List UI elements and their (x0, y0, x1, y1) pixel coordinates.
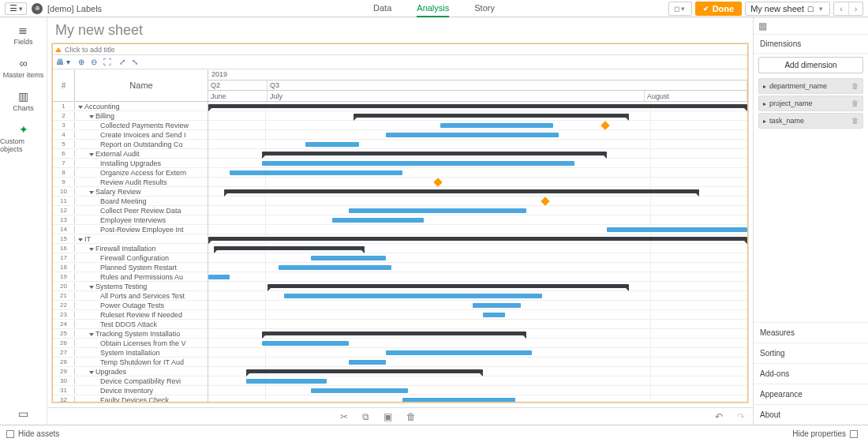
appearance-section[interactable]: Appearance (754, 384, 868, 404)
props-toggle-icon[interactable] (850, 430, 858, 438)
bookmark-button[interactable]: ◻ ▾ (668, 2, 692, 16)
print-icon[interactable]: 🖶 ▾ (56, 58, 70, 66)
gantt-bar[interactable] (483, 313, 504, 317)
gantt-row[interactable]: 13Employee Interviews (53, 215, 208, 225)
gantt-bar[interactable] (386, 133, 559, 137)
gantt-milestone[interactable] (600, 121, 609, 129)
gantt-row[interactable]: 28Temp Shutdown for IT Aud (53, 358, 208, 367)
gantt-row[interactable]: 14Post-Review Employee Int (53, 225, 208, 234)
gantt-row[interactable]: 19Rules and Permissions Au (53, 272, 208, 282)
gantt-bar[interactable] (284, 294, 543, 298)
about-section[interactable]: About (754, 404, 868, 425)
gantt-bar[interactable] (607, 227, 747, 232)
addons-section[interactable]: Add-ons (754, 363, 868, 384)
expand-icon[interactable]: ⤢ (119, 58, 125, 66)
gantt-row[interactable]: 9Review Audit Results (53, 178, 208, 187)
measures-section[interactable]: Measures (754, 322, 868, 343)
gantt-bar[interactable] (224, 189, 698, 193)
gantt-bar[interactable] (230, 170, 402, 175)
gantt-row[interactable]: 31Device Inventory (53, 386, 208, 395)
hide-properties-button[interactable]: Hide properties (792, 429, 846, 438)
gantt-milestone[interactable] (433, 178, 442, 186)
gantt-row[interactable]: 17Firewall Configuration (53, 253, 208, 263)
gantt-row[interactable]: 4Create Invoices and Send I (53, 130, 208, 140)
gantt-bar[interactable] (349, 208, 526, 213)
gantt-bar[interactable] (473, 303, 521, 308)
redo-icon[interactable]: ↷ (737, 411, 745, 422)
menu-button[interactable]: ☰▾ (5, 2, 27, 15)
gantt-bar[interactable] (268, 284, 629, 288)
gantt-milestone[interactable] (541, 197, 550, 205)
rail-charts[interactable]: ▥Charts (13, 90, 34, 112)
gantt-row[interactable]: 23Ruleset Review If Needed (53, 310, 208, 320)
rail-master-items[interactable]: ∞Master items (3, 57, 44, 79)
gantt-bar[interactable] (262, 341, 348, 346)
zoom-fit-icon[interactable]: ⛶ (103, 58, 111, 66)
delete-icon[interactable]: 🗑 (851, 117, 859, 125)
viz-title[interactable]: Click to add title (53, 44, 747, 55)
gantt-row[interactable]: 30Device Compatibility Revi (53, 376, 208, 386)
gantt-bar[interactable] (246, 379, 327, 384)
gantt-bar[interactable] (305, 142, 359, 147)
gantt-bar[interactable] (402, 398, 515, 402)
add-dimension-button[interactable]: Add dimension (758, 57, 863, 73)
gantt-bar[interactable] (262, 152, 607, 155)
gantt-row[interactable]: 21All Ports and Services Test (53, 291, 208, 301)
gantt-row[interactable]: 8Organize Access for Extern (53, 168, 208, 178)
gantt-row[interactable]: 24Test DDOS Attack (53, 320, 208, 329)
gantt-row[interactable]: 32Faulty Devices Check (53, 395, 208, 402)
tab-analysis[interactable]: Analysis (417, 0, 449, 17)
gantt-bar[interactable] (440, 123, 553, 128)
copy-icon[interactable]: ⧉ (362, 411, 369, 422)
gantt-bar[interactable] (386, 350, 531, 355)
next-sheet-button[interactable]: › (848, 2, 862, 15)
gantt-bar[interactable] (208, 275, 230, 279)
gantt-row[interactable]: 22Power Outage Tests (53, 301, 208, 310)
table-icon[interactable]: ▦ (758, 21, 767, 32)
tab-story[interactable]: Story (474, 0, 495, 17)
gantt-row[interactable]: 20Systems Testing (53, 282, 208, 291)
gantt-bar[interactable] (332, 218, 424, 223)
gantt-row[interactable]: 18Planned System Restart (53, 263, 208, 272)
gantt-bar[interactable] (279, 265, 391, 270)
gantt-bar[interactable] (246, 369, 484, 373)
rail-fields[interactable]: ≣Fields (13, 24, 32, 46)
dimension-item[interactable]: ▸task_name🗑 (758, 113, 863, 129)
gantt-bar[interactable] (214, 246, 365, 250)
gantt-row[interactable]: 25Tracking System Installatio (53, 329, 208, 339)
paste-icon[interactable]: ▣ (383, 411, 392, 422)
dimension-item[interactable]: ▸project_name🗑 (758, 96, 863, 111)
dimension-item[interactable]: ▸department_name🗑 (758, 78, 863, 94)
done-button[interactable]: Done (695, 2, 743, 16)
sorting-section[interactable]: Sorting (754, 343, 868, 363)
gantt-bar[interactable] (262, 332, 526, 335)
rail-collapse[interactable]: ▭ (18, 407, 28, 420)
dimensions-header[interactable]: Dimensions (754, 35, 868, 54)
gantt-row[interactable]: 10Salary Review (53, 187, 208, 197)
cut-icon[interactable]: ✂ (340, 411, 348, 422)
gantt-bar[interactable] (354, 114, 628, 118)
rail-custom-objects[interactable]: ✦Custom objects (0, 123, 47, 153)
gantt-row[interactable]: 26Obtain Licenses from the V (53, 339, 208, 348)
delete-icon[interactable]: 🗑 (851, 82, 859, 90)
collapse-icon[interactable]: ⤡ (132, 58, 138, 66)
sheet-dropdown[interactable]: My new sheet▢▾ (745, 2, 830, 16)
gantt-bar[interactable] (208, 237, 747, 241)
zoom-in-icon[interactable]: ⊕ (78, 58, 84, 66)
gantt-row[interactable]: 7Installing Upgrades (53, 159, 208, 168)
gantt-bar[interactable] (311, 256, 387, 260)
gantt-row[interactable]: 11Board Meeting (53, 197, 208, 206)
gantt-row[interactable]: 5Report on Outstanding Co (53, 140, 208, 149)
sheet-title[interactable]: My new sheet (47, 17, 753, 43)
undo-icon[interactable]: ↶ (715, 411, 723, 422)
gantt-row[interactable]: 27System Installation (53, 348, 208, 358)
gantt-row[interactable]: 29Upgrades (53, 367, 208, 376)
gantt-bar[interactable] (262, 161, 574, 166)
gantt-row[interactable]: 16Firewall Installation (53, 244, 208, 253)
hide-assets-button[interactable]: Hide assets (18, 429, 59, 438)
gantt-row[interactable]: 15IT (53, 234, 208, 244)
tab-data[interactable]: Data (373, 0, 391, 17)
gantt-bar[interactable] (311, 388, 408, 393)
gantt-visualization[interactable]: Click to add title 🖶 ▾ ⊕⊖⛶ ⤢⤡ # Name 1Ac… (52, 43, 748, 403)
gantt-row[interactable]: 1Accounting (53, 102, 208, 111)
